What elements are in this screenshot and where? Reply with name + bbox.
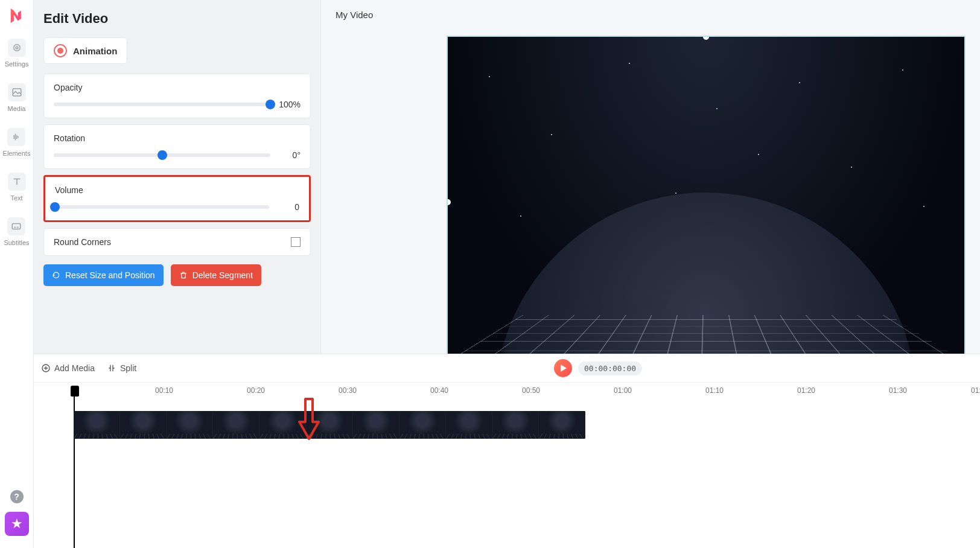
round-corners-checkbox[interactable] [291,237,301,247]
image-icon [8,83,26,101]
timecode-display: 00:00:00:00 [578,362,642,375]
trash-icon [179,271,188,279]
panel-title: Edit Video [43,11,311,27]
opacity-card: Opacity 100% [43,74,311,118]
subtitle-icon [7,217,25,235]
sidebar-label: Media [8,105,26,112]
timeline-ruler[interactable]: 00:10 00:20 00:30 00:40 00:50 01:00 01:1… [34,382,980,400]
volume-card: Volume 0 [45,177,309,220]
ruler-tick: 01:20 [797,386,815,395]
split-icon [107,363,116,373]
sidebar-label: Elements [3,150,31,157]
app-logo-icon[interactable] [6,5,28,27]
help-icon[interactable]: ? [10,490,24,503]
video-preview[interactable] [447,36,966,363]
sidebar-item-text[interactable]: Text [8,173,26,202]
volume-highlight-annotation: Volume 0 [43,175,311,222]
timeline-pane: Add Media Split 00:00:00:00 00:10 00:20 [34,354,980,548]
text-icon [8,173,26,191]
sidebar-label: Text [10,194,22,202]
play-icon [561,365,567,372]
ruler-tick: 00:20 [247,386,265,395]
opacity-value: 100% [278,100,301,109]
reset-button-label: Reset Size and Position [65,270,155,280]
round-corners-card: Round Corners [43,228,311,256]
animation-label: Animation [73,46,117,56]
refresh-icon [52,271,60,279]
add-media-button[interactable]: Add Media [41,363,95,373]
volume-label: Volume [55,185,299,195]
svg-point-1 [16,46,18,49]
sidebar-item-media[interactable]: Media [8,83,26,112]
ruler-tick: 00:10 [155,386,173,395]
timeline-body[interactable] [34,400,980,548]
split-button[interactable]: Split [107,363,136,373]
premium-star-icon[interactable]: ★ [5,512,29,536]
icon-rail: Settings Media Elements Text Subtitles [0,0,34,548]
delete-segment-button[interactable]: Delete Segment [171,264,261,286]
split-label: Split [120,363,136,373]
ruler-tick: 01:40 [971,386,980,395]
sidebar-item-subtitles[interactable]: Subtitles [4,217,29,246]
volume-value: 0 [276,202,299,212]
ruler-tick: 00:30 [339,386,357,395]
rotation-card: Rotation 0° [43,124,311,169]
plus-circle-icon [41,363,51,373]
round-corners-label: Round Corners [54,237,111,247]
ruler-tick: 01:00 [614,386,632,395]
video-title: My Video [321,0,980,30]
sidebar-label: Subtitles [4,239,29,246]
play-button[interactable] [554,359,572,377]
sidebar-item-elements[interactable]: Elements [3,128,31,157]
sidebar-label: Settings [5,60,29,68]
ruler-tick: 01:30 [889,386,907,395]
rotation-slider[interactable] [54,153,270,157]
target-icon [54,44,67,57]
delete-button-label: Delete Segment [192,270,253,280]
waveform-icon [7,128,25,146]
ruler-tick: 00:50 [522,386,540,395]
add-media-label: Add Media [54,363,95,373]
rotation-value: 0° [278,150,301,160]
playhead[interactable] [74,386,75,548]
settings-icon [8,39,26,57]
video-clip[interactable] [74,411,585,439]
animation-button[interactable]: Animation [43,37,127,64]
opacity-slider[interactable] [54,103,270,106]
svg-point-0 [13,45,20,51]
svg-rect-3 [13,224,21,229]
reset-size-position-button[interactable]: Reset Size and Position [43,264,164,286]
sidebar-item-settings[interactable]: Settings [5,39,29,68]
ruler-tick: 00:40 [430,386,448,395]
opacity-label: Opacity [54,83,301,92]
volume-slider[interactable] [55,205,269,209]
rotation-label: Rotation [54,133,301,143]
ruler-tick: 01:10 [705,386,724,395]
